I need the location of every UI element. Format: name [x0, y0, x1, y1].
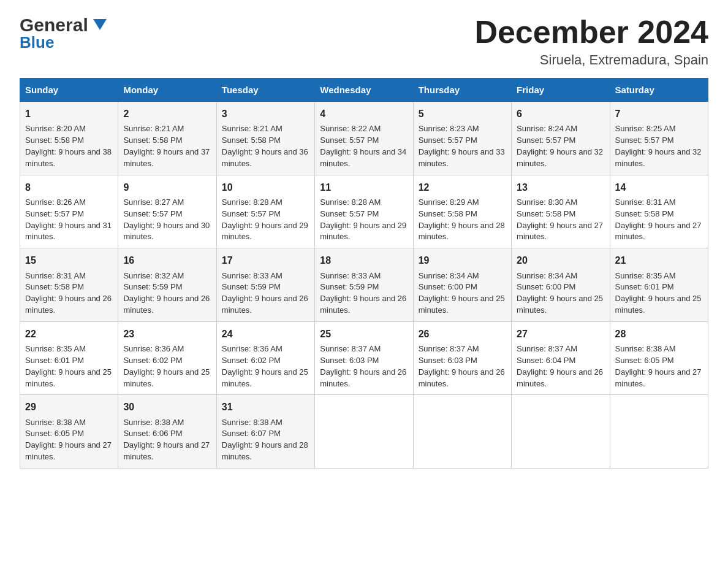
day-number: 6	[517, 107, 604, 121]
sunset-text: Sunset: 6:06 PM	[123, 429, 182, 438]
sunset-text: Sunset: 5:57 PM	[320, 136, 379, 145]
day-number: 5	[419, 107, 506, 121]
day-number: 4	[320, 107, 408, 121]
day-number: 20	[517, 253, 604, 267]
sunrise-text: Sunrise: 8:38 AM	[123, 418, 184, 427]
day-number: 30	[123, 400, 211, 414]
day-number: 16	[123, 253, 211, 267]
sunrise-text: Sunrise: 8:35 AM	[615, 271, 676, 280]
week-row-4: 22 Sunrise: 8:35 AM Sunset: 6:01 PM Dayl…	[20, 321, 708, 395]
day-number: 21	[615, 253, 703, 267]
sunrise-text: Sunrise: 8:27 AM	[123, 197, 184, 207]
sunrise-text: Sunrise: 8:31 AM	[615, 197, 676, 207]
daylight-text: Daylight: 9 hours and 25 minutes.	[517, 294, 603, 315]
day-number: 26	[419, 327, 506, 341]
sunrise-text: Sunrise: 8:33 AM	[222, 271, 282, 280]
sunset-text: Sunset: 6:00 PM	[517, 282, 575, 291]
sunrise-text: Sunrise: 8:37 AM	[419, 344, 479, 353]
daylight-text: Daylight: 9 hours and 27 minutes.	[615, 221, 702, 242]
daylight-text: Daylight: 9 hours and 26 minutes.	[123, 294, 210, 315]
sunset-text: Sunset: 5:58 PM	[222, 136, 281, 145]
daylight-text: Daylight: 9 hours and 26 minutes.	[222, 294, 308, 315]
daylight-text: Daylight: 9 hours and 28 minutes.	[222, 440, 308, 461]
calendar-cell: 5 Sunrise: 8:23 AM Sunset: 5:57 PM Dayli…	[413, 102, 511, 175]
calendar-cell: 25 Sunrise: 8:37 AM Sunset: 6:03 PM Dayl…	[315, 321, 413, 395]
sunset-text: Sunset: 5:58 PM	[25, 136, 84, 145]
calendar-cell: 26 Sunrise: 8:37 AM Sunset: 6:03 PM Dayl…	[413, 321, 511, 395]
daylight-text: Daylight: 9 hours and 34 minutes.	[320, 147, 406, 168]
day-number: 3	[222, 107, 309, 121]
daylight-text: Daylight: 9 hours and 29 minutes.	[222, 221, 308, 242]
sunrise-text: Sunrise: 8:37 AM	[517, 344, 577, 353]
calendar-cell: 13 Sunrise: 8:30 AM Sunset: 5:58 PM Dayl…	[512, 175, 610, 248]
daylight-text: Daylight: 9 hours and 26 minutes.	[517, 367, 603, 388]
daylight-text: Daylight: 9 hours and 38 minutes.	[25, 147, 112, 168]
calendar-cell: 29 Sunrise: 8:38 AM Sunset: 6:05 PM Dayl…	[20, 395, 118, 469]
sunrise-text: Sunrise: 8:30 AM	[517, 197, 577, 207]
day-number: 12	[419, 180, 506, 194]
sunrise-text: Sunrise: 8:24 AM	[517, 124, 577, 133]
sunrise-text: Sunrise: 8:38 AM	[222, 418, 282, 427]
calendar-cell: 28 Sunrise: 8:38 AM Sunset: 6:05 PM Dayl…	[610, 321, 708, 395]
sunrise-text: Sunrise: 8:26 AM	[25, 197, 86, 207]
sunset-text: Sunset: 5:59 PM	[123, 282, 182, 291]
sunset-text: Sunset: 5:57 PM	[320, 209, 379, 218]
logo-general: General	[20, 15, 107, 35]
header-row: Sunday Monday Tuesday Wednesday Thursday…	[20, 79, 708, 102]
sunrise-text: Sunrise: 8:38 AM	[25, 418, 86, 427]
sunrise-text: Sunrise: 8:21 AM	[222, 124, 282, 133]
col-thursday: Thursday	[413, 79, 511, 102]
daylight-text: Daylight: 9 hours and 29 minutes.	[320, 221, 406, 242]
sunset-text: Sunset: 6:01 PM	[25, 356, 84, 365]
page-header: General Blue December 2024 Siruela, Extr…	[20, 15, 708, 68]
sunrise-text: Sunrise: 8:31 AM	[25, 271, 86, 280]
week-row-3: 15 Sunrise: 8:31 AM Sunset: 5:58 PM Dayl…	[20, 248, 708, 322]
sunset-text: Sunset: 5:58 PM	[123, 136, 182, 145]
sunset-text: Sunset: 6:02 PM	[222, 356, 281, 365]
day-number: 10	[222, 180, 309, 194]
sunrise-text: Sunrise: 8:22 AM	[320, 124, 381, 133]
calendar-cell: 3 Sunrise: 8:21 AM Sunset: 5:58 PM Dayli…	[216, 102, 314, 175]
daylight-text: Daylight: 9 hours and 27 minutes.	[615, 367, 702, 388]
sunset-text: Sunset: 6:04 PM	[517, 356, 575, 365]
daylight-text: Daylight: 9 hours and 30 minutes.	[123, 221, 210, 242]
daylight-text: Daylight: 9 hours and 32 minutes.	[615, 147, 702, 168]
daylight-text: Daylight: 9 hours and 26 minutes.	[320, 294, 406, 315]
week-row-1: 1 Sunrise: 8:20 AM Sunset: 5:58 PM Dayli…	[20, 102, 708, 175]
sunrise-text: Sunrise: 8:35 AM	[25, 344, 86, 353]
daylight-text: Daylight: 9 hours and 37 minutes.	[123, 147, 210, 168]
sunset-text: Sunset: 6:03 PM	[419, 356, 477, 365]
day-number: 23	[123, 327, 211, 341]
sunrise-text: Sunrise: 8:29 AM	[419, 197, 479, 207]
calendar-cell: 20 Sunrise: 8:34 AM Sunset: 6:00 PM Dayl…	[512, 248, 610, 322]
daylight-text: Daylight: 9 hours and 27 minutes.	[517, 221, 603, 242]
day-number: 18	[320, 253, 408, 267]
sunset-text: Sunset: 5:57 PM	[615, 136, 674, 145]
sunrise-text: Sunrise: 8:28 AM	[222, 197, 282, 207]
day-number: 19	[419, 253, 506, 267]
sunset-text: Sunset: 5:57 PM	[123, 209, 182, 218]
daylight-text: Daylight: 9 hours and 27 minutes.	[25, 440, 112, 461]
sunset-text: Sunset: 5:58 PM	[25, 282, 84, 291]
daylight-text: Daylight: 9 hours and 33 minutes.	[419, 147, 505, 168]
location: Siruela, Extremadura, Spain	[474, 52, 708, 68]
day-number: 27	[517, 327, 604, 341]
daylight-text: Daylight: 9 hours and 25 minutes.	[222, 367, 308, 388]
day-number: 22	[25, 327, 113, 341]
month-title: December 2024	[474, 15, 708, 50]
day-number: 8	[25, 180, 113, 194]
sunset-text: Sunset: 6:02 PM	[123, 356, 182, 365]
daylight-text: Daylight: 9 hours and 26 minutes.	[419, 367, 505, 388]
calendar-cell: 16 Sunrise: 8:32 AM Sunset: 5:59 PM Dayl…	[118, 248, 216, 322]
calendar-cell: 7 Sunrise: 8:25 AM Sunset: 5:57 PM Dayli…	[610, 102, 708, 175]
day-number: 11	[320, 180, 408, 194]
sunrise-text: Sunrise: 8:34 AM	[419, 271, 479, 280]
calendar-cell: 17 Sunrise: 8:33 AM Sunset: 5:59 PM Dayl…	[216, 248, 314, 322]
calendar-cell: 19 Sunrise: 8:34 AM Sunset: 6:00 PM Dayl…	[413, 248, 511, 322]
daylight-text: Daylight: 9 hours and 27 minutes.	[123, 440, 210, 461]
logo: General Blue	[20, 15, 107, 52]
sunrise-text: Sunrise: 8:38 AM	[615, 344, 676, 353]
logo-arrow-icon	[93, 19, 107, 30]
day-number: 24	[222, 327, 309, 341]
week-row-2: 8 Sunrise: 8:26 AM Sunset: 5:57 PM Dayli…	[20, 175, 708, 248]
